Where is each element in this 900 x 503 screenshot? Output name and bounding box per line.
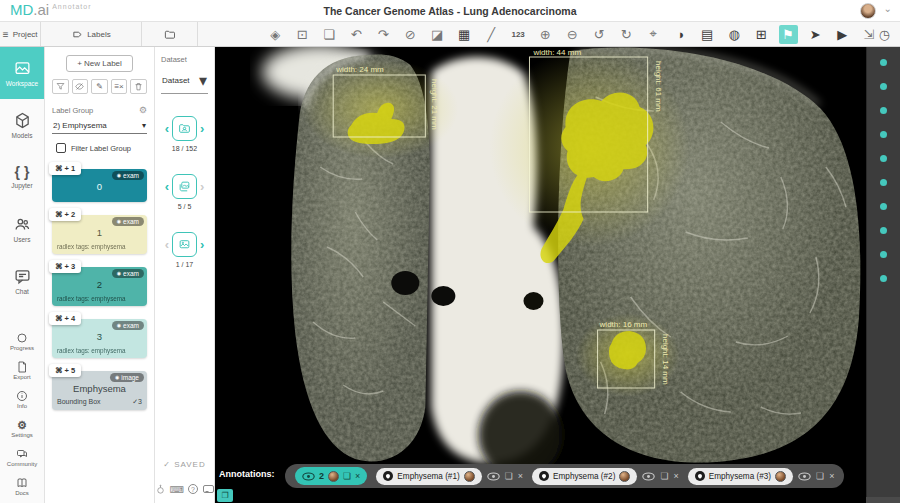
zoom-out-icon[interactable]: ⊖	[563, 25, 582, 44]
slice-indicator-dot[interactable]	[880, 251, 887, 258]
window-level-icon[interactable]: ▤	[698, 25, 717, 44]
annotation-slices-scrollbar[interactable]	[866, 47, 900, 503]
next-image-arrow[interactable]: ›	[200, 238, 204, 251]
annotation-chip-group-2: Emphysema (#2) ❏ ×	[532, 468, 679, 485]
image-icon[interactable]	[172, 232, 197, 257]
delete-label-icon[interactable]	[130, 79, 147, 94]
ct-image-canvas[interactable]: width: 24 mm height: 21 mm width: 44 mm …	[215, 47, 866, 503]
prev-series-arrow[interactable]: ‹	[165, 180, 169, 193]
series-icon[interactable]	[172, 174, 197, 199]
annotations-summary-chip[interactable]: 2 ❏ ×	[295, 467, 367, 485]
reset-view-icon[interactable]: ↻	[617, 25, 636, 44]
export-annotations-icon[interactable]: ❏	[343, 471, 351, 481]
collapse-panel-button[interactable]: ❐	[217, 489, 233, 502]
slice-indicator-dot[interactable]	[880, 107, 887, 114]
annotator-avatar	[775, 471, 786, 482]
slice-indicator-dot[interactable]	[880, 59, 887, 66]
user-menu-chevron-icon[interactable]: ⌄	[884, 3, 892, 14]
3d-mpr-icon[interactable]: ◈	[266, 25, 285, 44]
exam-icon[interactable]	[172, 116, 197, 141]
slice-indicator-dot[interactable]	[880, 203, 887, 210]
sidebar-item-progress[interactable]: Progress	[0, 327, 44, 356]
copy-image-icon[interactable]: ❏	[320, 25, 339, 44]
sidebar-item-jupyter[interactable]: { } Jupyter	[0, 151, 44, 203]
focus-icon[interactable]: ⌖	[644, 25, 663, 44]
help-icon[interactable]: ?	[188, 483, 198, 495]
grid-layout-icon[interactable]: ▦	[455, 25, 474, 44]
screenshot-icon[interactable]: ⊡	[293, 25, 312, 44]
delete-annotation-icon[interactable]: ×	[673, 471, 678, 481]
filter-label-group-checkbox[interactable]	[56, 143, 66, 153]
slice-indicator-dot[interactable]	[880, 179, 887, 186]
toggle-visibility-icon[interactable]	[642, 472, 655, 481]
annotation-chip-3[interactable]: Emphysema (#3)	[688, 468, 793, 485]
fullscreen-icon[interactable]: ⇲	[860, 25, 879, 44]
delete-annotation-icon[interactable]: ×	[829, 471, 834, 481]
next-exam-arrow[interactable]: ›	[200, 122, 204, 135]
new-label-button[interactable]: + New Label	[66, 55, 133, 72]
undo-icon[interactable]: ↶	[347, 25, 366, 44]
sidebar-item-users[interactable]: Users	[0, 203, 44, 255]
sidebar-item-docs[interactable]: Docs	[0, 472, 44, 501]
sidebar-item-chat[interactable]: Chat	[0, 255, 44, 307]
delete-annotation-icon[interactable]: ×	[518, 471, 523, 481]
label-card-emphysema[interactable]: ⌘ + 5 ◉image Emphysema Bounding Box ✓3	[52, 371, 147, 410]
annotation-chip-2[interactable]: Emphysema (#2)	[532, 468, 637, 485]
eraser-icon[interactable]: ◪	[428, 25, 447, 44]
airway	[391, 271, 419, 295]
hide-labels-icon[interactable]	[72, 79, 89, 94]
edit-label-icon[interactable]: ✎	[91, 79, 108, 94]
ruler-icon[interactable]: ╱	[482, 25, 501, 44]
tab-dataset-browser[interactable]	[142, 22, 197, 46]
history-clock-icon[interactable]: ◷	[879, 27, 890, 42]
sidebar-item-export[interactable]: Export	[0, 356, 44, 385]
hide-cursor-icon[interactable]: ➤	[806, 25, 825, 44]
dataset-select[interactable]: Dataset ▾	[161, 68, 208, 94]
zoom-in-icon[interactable]: ⊕	[536, 25, 555, 44]
hide-annotations-icon[interactable]: ⚑	[779, 25, 798, 44]
sidebar-item-workspace[interactable]: Workspace	[0, 47, 44, 99]
slice-indicator-dot[interactable]	[880, 131, 887, 138]
label-card-1[interactable]: ⌘ + 2 ◉exam 1 radlex tags: emphysema	[52, 215, 147, 254]
hide-drawings-icon[interactable]: ⊘	[401, 25, 420, 44]
stack-icon[interactable]: ⊞	[752, 25, 771, 44]
slice-indicator-dot[interactable]	[880, 155, 887, 162]
export-annotation-icon[interactable]: ❏	[660, 471, 668, 481]
label-group-settings-icon[interactable]: ⚙	[139, 105, 147, 115]
redo-icon[interactable]: ↷	[374, 25, 393, 44]
tab-project[interactable]: ≡ Project	[0, 22, 41, 46]
play-icon[interactable]: ▶	[833, 25, 852, 44]
slice-indicator-dot[interactable]	[880, 227, 887, 234]
prev-image-arrow[interactable]: ‹	[165, 238, 169, 251]
filter-labels-icon[interactable]	[52, 79, 69, 94]
export-annotation-icon[interactable]: ❏	[505, 471, 513, 481]
feedback-icon[interactable]	[203, 483, 214, 495]
numbers-icon[interactable]: 123	[509, 25, 528, 44]
toggle-visibility-icon[interactable]	[798, 472, 811, 481]
label-card-0[interactable]: ⌘ + 1 ◉exam 0	[52, 169, 147, 202]
slice-indicator-dot[interactable]	[880, 83, 887, 90]
export-annotation-icon[interactable]: ❏	[816, 471, 824, 481]
label-group-select[interactable]: 2) Emphysema ▾	[52, 118, 147, 134]
rotate-icon[interactable]: ↺	[590, 25, 609, 44]
next-series-arrow[interactable]: ›	[200, 180, 204, 193]
clear-annotations-icon[interactable]: ×	[355, 471, 360, 481]
contrast-icon[interactable]: ◑	[671, 25, 690, 44]
annotation-chip-1[interactable]: Emphysema (#1)	[376, 468, 481, 485]
mdai-logo[interactable]: MD.aiAnnotator	[10, 1, 92, 18]
prev-exam-arrow[interactable]: ‹	[165, 122, 169, 135]
toggle-visibility-icon[interactable]	[487, 472, 500, 481]
sidebar-item-community[interactable]: Community	[0, 443, 44, 472]
tab-labels[interactable]: Labels	[41, 22, 142, 46]
sidebar-item-models[interactable]: Models	[0, 99, 44, 151]
slice-indicator-dot[interactable]	[880, 275, 887, 282]
bot-icon[interactable]	[155, 483, 166, 495]
user-avatar[interactable]	[860, 3, 876, 19]
keyboard-shortcuts-icon[interactable]: ⌨	[171, 483, 183, 495]
sidebar-item-info[interactable]: Info	[0, 385, 44, 414]
clear-filter-icon[interactable]: ≡×	[111, 79, 128, 94]
label-card-2[interactable]: ⌘ + 3 ◉exam 2 radlex tags: emphysema	[52, 267, 147, 306]
sidebar-item-settings[interactable]: ⚙ Settings	[0, 414, 44, 443]
brightness-icon[interactable]: ◍	[725, 25, 744, 44]
label-card-3[interactable]: ⌘ + 4 ◉exam 3 radlex tags: emphysema	[52, 319, 147, 358]
